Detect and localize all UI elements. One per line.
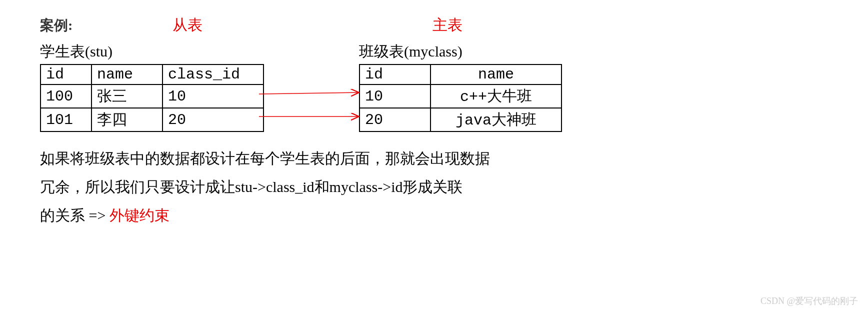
para-text: 冗余，所以我们只要设计成让stu->class_id和myclass->id形成…: [40, 178, 462, 195]
table-header: id: [360, 64, 430, 84]
table-row: 10 c++大牛班: [360, 84, 562, 108]
table-row: 101 李四 20: [40, 108, 264, 132]
case-label: 案例:: [40, 16, 72, 35]
table-cell: 10: [162, 84, 264, 108]
table-header: name: [92, 64, 162, 84]
table-row: 20 java大神班: [360, 108, 562, 132]
table-cell: 张三: [92, 84, 162, 108]
table-cell: 李四: [92, 108, 162, 132]
student-table-title: 学生表(stu): [40, 42, 264, 62]
foreign-key-label: 外键约束: [110, 207, 170, 224]
arrow-connections: [259, 42, 369, 152]
class-table-title: 班级表(myclass): [359, 42, 562, 62]
class-table-block: 班级表(myclass) id name 10 c++大牛班 20 java大神…: [359, 42, 562, 132]
table-cell: 10: [360, 84, 430, 108]
table-cell: java大神班: [430, 108, 562, 132]
student-table-block: 学生表(stu) id name class_id 100 张三 10 101 …: [40, 42, 264, 132]
table-cell: 100: [40, 84, 92, 108]
para-text: 的关系 =>: [40, 207, 106, 224]
table-row: 100 张三 10: [40, 84, 264, 108]
table-row: id name class_id: [40, 64, 264, 84]
main-table-label: 主表: [432, 15, 462, 36]
table-header: id: [40, 64, 92, 84]
class-table: id name 10 c++大牛班 20 java大神班: [359, 64, 562, 132]
table-cell: c++大牛班: [430, 84, 562, 108]
table-cell: 101: [40, 108, 92, 132]
table-row: id name: [360, 64, 562, 84]
student-table: id name class_id 100 张三 10 101 李四 20: [40, 64, 264, 132]
table-cell: 20: [360, 108, 430, 132]
arrow-line: [259, 92, 359, 94]
description-paragraph: 如果将班级表中的数据都设计在每个学生表的后面，那就会出现数据 冗余，所以我们只要…: [40, 144, 640, 230]
para-text: 如果将班级表中的数据都设计在每个学生表的后面，那就会出现数据: [40, 150, 490, 166]
table-header: class_id: [162, 64, 264, 84]
table-header: name: [430, 64, 562, 84]
table-cell: 20: [162, 108, 264, 132]
sub-table-label: 从表: [172, 15, 202, 36]
